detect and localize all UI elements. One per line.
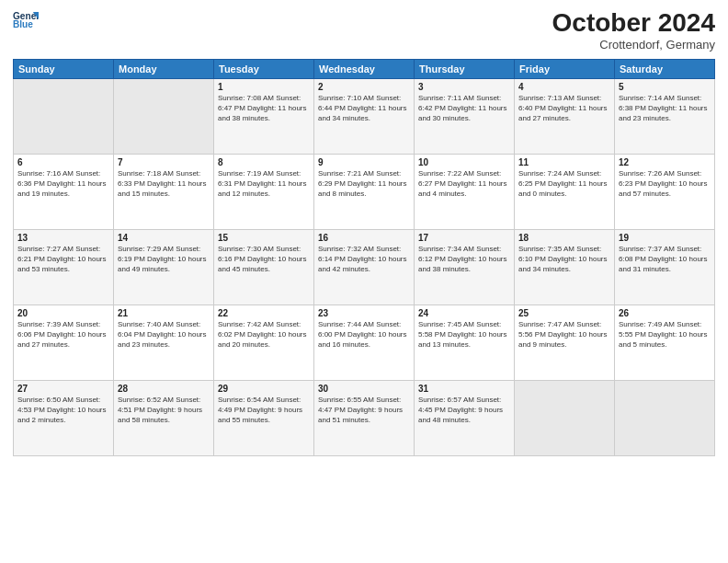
day-number: 17 <box>418 233 510 243</box>
calendar-cell: 6Sunrise: 7:16 AM Sunset: 6:36 PM Daylig… <box>14 154 114 229</box>
calendar-cell: 2Sunrise: 7:10 AM Sunset: 6:44 PM Daylig… <box>314 78 415 154</box>
weekday-header: Tuesday <box>214 59 314 78</box>
weekday-header: Friday <box>515 59 615 78</box>
day-number: 26 <box>619 308 711 318</box>
location: Crottendorf, Germany <box>552 38 715 52</box>
day-number: 29 <box>218 384 310 394</box>
month-title: October 2024 <box>552 9 715 38</box>
day-info: Sunrise: 7:27 AM Sunset: 6:21 PM Dayligh… <box>17 244 109 275</box>
calendar-cell: 1Sunrise: 7:08 AM Sunset: 6:47 PM Daylig… <box>214 78 314 154</box>
calendar-cell: 14Sunrise: 7:29 AM Sunset: 6:19 PM Dayli… <box>114 229 214 304</box>
day-info: Sunrise: 7:21 AM Sunset: 6:29 PM Dayligh… <box>318 168 410 200</box>
calendar-cell: 17Sunrise: 7:34 AM Sunset: 6:12 PM Dayli… <box>415 229 515 304</box>
calendar-cell <box>14 78 114 154</box>
day-number: 14 <box>118 233 210 243</box>
day-info: Sunrise: 7:16 AM Sunset: 6:36 PM Dayligh… <box>17 168 109 200</box>
calendar-cell: 11Sunrise: 7:24 AM Sunset: 6:25 PM Dayli… <box>515 154 615 229</box>
calendar-cell: 21Sunrise: 7:40 AM Sunset: 6:04 PM Dayli… <box>114 304 214 380</box>
calendar-cell: 30Sunrise: 6:55 AM Sunset: 4:47 PM Dayli… <box>314 380 415 455</box>
day-info: Sunrise: 7:45 AM Sunset: 5:58 PM Dayligh… <box>418 319 510 350</box>
day-info: Sunrise: 7:10 AM Sunset: 6:44 PM Dayligh… <box>318 93 410 124</box>
day-number: 21 <box>118 308 210 318</box>
calendar-cell: 16Sunrise: 7:32 AM Sunset: 6:14 PM Dayli… <box>314 229 415 304</box>
calendar-cell: 9Sunrise: 7:21 AM Sunset: 6:29 PM Daylig… <box>314 154 415 229</box>
day-info: Sunrise: 7:24 AM Sunset: 6:25 PM Dayligh… <box>518 168 610 200</box>
day-info: Sunrise: 7:26 AM Sunset: 6:23 PM Dayligh… <box>619 168 711 200</box>
weekday-header: Wednesday <box>314 59 415 78</box>
title-block: October 2024 Crottendorf, Germany <box>552 9 715 52</box>
svg-text:Blue: Blue <box>13 19 33 29</box>
day-info: Sunrise: 6:54 AM Sunset: 4:49 PM Dayligh… <box>218 395 310 426</box>
day-info: Sunrise: 7:40 AM Sunset: 6:04 PM Dayligh… <box>118 319 210 350</box>
logo: General Blue <box>13 9 39 35</box>
day-number: 28 <box>118 384 210 394</box>
calendar-cell: 4Sunrise: 7:13 AM Sunset: 6:40 PM Daylig… <box>515 78 615 154</box>
day-number: 22 <box>218 308 310 318</box>
day-info: Sunrise: 7:11 AM Sunset: 6:42 PM Dayligh… <box>418 93 510 124</box>
calendar-cell: 28Sunrise: 6:52 AM Sunset: 4:51 PM Dayli… <box>114 380 214 455</box>
calendar-cell: 10Sunrise: 7:22 AM Sunset: 6:27 PM Dayli… <box>415 154 515 229</box>
day-number: 12 <box>619 157 711 167</box>
day-number: 18 <box>518 233 610 243</box>
day-number: 16 <box>318 233 410 243</box>
day-info: Sunrise: 7:30 AM Sunset: 6:16 PM Dayligh… <box>218 244 310 275</box>
calendar-table: SundayMondayTuesdayWednesdayThursdayFrid… <box>13 59 715 456</box>
calendar-cell: 25Sunrise: 7:47 AM Sunset: 5:56 PM Dayli… <box>515 304 615 380</box>
day-number: 19 <box>619 233 711 243</box>
calendar-cell: 22Sunrise: 7:42 AM Sunset: 6:02 PM Dayli… <box>214 304 314 380</box>
calendar-cell: 15Sunrise: 7:30 AM Sunset: 6:16 PM Dayli… <box>214 229 314 304</box>
calendar-cell: 24Sunrise: 7:45 AM Sunset: 5:58 PM Dayli… <box>415 304 515 380</box>
day-info: Sunrise: 6:52 AM Sunset: 4:51 PM Dayligh… <box>118 395 210 426</box>
calendar-cell: 26Sunrise: 7:49 AM Sunset: 5:55 PM Dayli… <box>615 304 715 380</box>
day-number: 15 <box>218 233 310 243</box>
calendar-cell: 5Sunrise: 7:14 AM Sunset: 6:38 PM Daylig… <box>615 78 715 154</box>
calendar-cell: 27Sunrise: 6:50 AM Sunset: 4:53 PM Dayli… <box>14 380 114 455</box>
day-info: Sunrise: 7:47 AM Sunset: 5:56 PM Dayligh… <box>518 319 610 350</box>
calendar-cell: 20Sunrise: 7:39 AM Sunset: 6:06 PM Dayli… <box>14 304 114 380</box>
calendar-header-row: SundayMondayTuesdayWednesdayThursdayFrid… <box>14 59 715 78</box>
day-info: Sunrise: 7:29 AM Sunset: 6:19 PM Dayligh… <box>118 244 210 275</box>
day-number: 4 <box>518 82 610 92</box>
day-info: Sunrise: 7:44 AM Sunset: 6:00 PM Dayligh… <box>318 319 410 350</box>
day-info: Sunrise: 7:13 AM Sunset: 6:40 PM Dayligh… <box>518 93 610 124</box>
day-info: Sunrise: 7:22 AM Sunset: 6:27 PM Dayligh… <box>418 168 510 200</box>
day-number: 11 <box>518 157 610 167</box>
calendar-week-row: 6Sunrise: 7:16 AM Sunset: 6:36 PM Daylig… <box>14 154 715 229</box>
day-info: Sunrise: 7:19 AM Sunset: 6:31 PM Dayligh… <box>218 168 310 200</box>
day-number: 5 <box>619 82 711 92</box>
day-info: Sunrise: 6:57 AM Sunset: 4:45 PM Dayligh… <box>418 395 510 426</box>
calendar-week-row: 27Sunrise: 6:50 AM Sunset: 4:53 PM Dayli… <box>14 380 715 455</box>
logo-icon: General Blue <box>13 9 39 35</box>
day-info: Sunrise: 7:14 AM Sunset: 6:38 PM Dayligh… <box>619 93 711 124</box>
day-number: 27 <box>17 384 109 394</box>
calendar-week-row: 20Sunrise: 7:39 AM Sunset: 6:06 PM Dayli… <box>14 304 715 380</box>
calendar-cell: 8Sunrise: 7:19 AM Sunset: 6:31 PM Daylig… <box>214 154 314 229</box>
calendar-cell: 3Sunrise: 7:11 AM Sunset: 6:42 PM Daylig… <box>415 78 515 154</box>
day-info: Sunrise: 6:50 AM Sunset: 4:53 PM Dayligh… <box>17 395 109 426</box>
day-number: 3 <box>418 82 510 92</box>
day-info: Sunrise: 7:37 AM Sunset: 6:08 PM Dayligh… <box>619 244 711 275</box>
page-header: General Blue October 2024 Crottendorf, G… <box>13 9 715 52</box>
day-info: Sunrise: 7:42 AM Sunset: 6:02 PM Dayligh… <box>218 319 310 350</box>
calendar-cell: 13Sunrise: 7:27 AM Sunset: 6:21 PM Dayli… <box>14 229 114 304</box>
calendar-week-row: 13Sunrise: 7:27 AM Sunset: 6:21 PM Dayli… <box>14 229 715 304</box>
day-number: 7 <box>118 157 210 167</box>
day-number: 24 <box>418 308 510 318</box>
day-number: 6 <box>17 157 109 167</box>
day-number: 23 <box>318 308 410 318</box>
day-info: Sunrise: 7:35 AM Sunset: 6:10 PM Dayligh… <box>518 244 610 275</box>
day-info: Sunrise: 7:18 AM Sunset: 6:33 PM Dayligh… <box>118 168 210 200</box>
day-info: Sunrise: 7:49 AM Sunset: 5:55 PM Dayligh… <box>619 319 711 350</box>
day-info: Sunrise: 6:55 AM Sunset: 4:47 PM Dayligh… <box>318 395 410 426</box>
calendar-cell <box>615 380 715 455</box>
weekday-header: Sunday <box>14 59 114 78</box>
calendar-cell: 19Sunrise: 7:37 AM Sunset: 6:08 PM Dayli… <box>615 229 715 304</box>
day-number: 20 <box>17 308 109 318</box>
calendar-cell: 29Sunrise: 6:54 AM Sunset: 4:49 PM Dayli… <box>214 380 314 455</box>
day-number: 13 <box>17 233 109 243</box>
day-number: 31 <box>418 384 510 394</box>
calendar-body: 1Sunrise: 7:08 AM Sunset: 6:47 PM Daylig… <box>14 78 715 455</box>
calendar-week-row: 1Sunrise: 7:08 AM Sunset: 6:47 PM Daylig… <box>14 78 715 154</box>
calendar-cell: 31Sunrise: 6:57 AM Sunset: 4:45 PM Dayli… <box>415 380 515 455</box>
calendar-cell: 7Sunrise: 7:18 AM Sunset: 6:33 PM Daylig… <box>114 154 214 229</box>
